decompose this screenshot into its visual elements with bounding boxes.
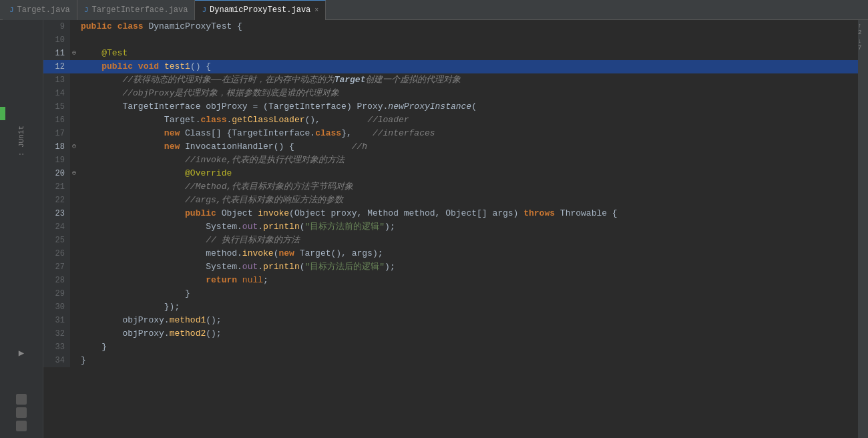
- line-num: 18: [43, 140, 70, 154]
- code-line-26: 26 method.invoke(new Target(), args);: [43, 247, 868, 260]
- code-line-30: 30 });: [43, 300, 868, 314]
- progress-indicator: [0, 107, 5, 120]
- bottom-icons: [16, 394, 27, 431]
- line-num: 32: [43, 327, 70, 341]
- line-num: 27: [43, 260, 70, 274]
- code-line-34: 34 }: [43, 354, 868, 367]
- line-content: System.out.println("目标方法后的逻辑");: [78, 260, 868, 274]
- nav-up[interactable]: ↑ 2: [858, 23, 868, 36]
- code-line-18: 18 ⊖ new InvocationHandler() { //h: [43, 140, 868, 154]
- code-line-22: 22 //args,代表目标对象的响应方法的参数: [43, 194, 868, 207]
- code-line-16: 16 Target.class.getClassLoader(), //load…: [43, 114, 868, 127]
- line-content: public void test1() {: [78, 60, 868, 73]
- line-content: @Test: [78, 47, 868, 60]
- line-num: 31: [43, 314, 70, 327]
- code-line-9: 9 public class DynamicProxyTest {: [43, 20, 868, 33]
- line-content: }: [78, 354, 868, 367]
- code-line-13: 13 //获得动态的代理对象——在运行时，在内存中动态的为Target创建一个虚…: [43, 73, 868, 87]
- code-line-25: 25 // 执行目标对象的方法: [43, 234, 868, 247]
- code-line-31: 31 objProxy.method1();: [43, 314, 868, 327]
- line-num: 33: [43, 341, 70, 354]
- fold-indicator[interactable]: ⊖: [70, 47, 78, 60]
- right-nav: ↑ 2 ↓ 7: [858, 20, 868, 438]
- tab-dynamic-proxy-test[interactable]: J DynamicProxyTest.java ×: [195, 0, 326, 20]
- close-icon[interactable]: ×: [314, 7, 318, 14]
- code-line-27: 27 System.out.println("目标方法后的逻辑");: [43, 260, 868, 274]
- tab-icon: J: [202, 6, 206, 14]
- tab-icon: J: [84, 6, 89, 14]
- code-line-23: 23 public Object invoke(Object proxy, Me…: [43, 207, 868, 220]
- line-num: 10: [43, 33, 70, 47]
- line-num: 16: [43, 114, 70, 127]
- tab-label: DynamicProxyTest.java: [210, 5, 310, 15]
- code-line-32: 32 objProxy.method2();: [43, 327, 868, 341]
- tab-icon: J: [9, 6, 14, 14]
- code-line-14: 14 //objProxy是代理对象，根据参数到底是谁的代理对象: [43, 87, 868, 100]
- code-line-20: 20 ⊖ @Override: [43, 167, 868, 180]
- junit-label: : JUnit: [0, 126, 43, 158]
- code-line-10: 10: [43, 33, 868, 47]
- line-content: objProxy.method2();: [78, 327, 868, 341]
- line-content: System.out.println("目标方法前的逻辑");: [78, 220, 868, 234]
- line-content: @Override: [78, 167, 868, 180]
- line-content: TargetInterface objProxy = (TargetInterf…: [78, 100, 868, 114]
- line-num: 19: [43, 154, 70, 167]
- line-content: objProxy.method1();: [78, 314, 868, 327]
- line-num: 17: [43, 127, 70, 140]
- line-num: 34: [43, 354, 70, 367]
- line-num: 14: [43, 87, 70, 100]
- fold-indicator[interactable]: ⊖: [70, 140, 78, 154]
- icon-2[interactable]: [16, 407, 27, 418]
- line-content: //invoke,代表的是执行代理对象的方法: [78, 154, 868, 167]
- code-line-29: 29 }: [43, 287, 868, 300]
- left-sidebar: : JUnit ▶: [0, 20, 43, 438]
- line-num: 30: [43, 300, 70, 314]
- tab-label: Target.java: [17, 5, 70, 15]
- nav-down[interactable]: ↓ 7: [858, 38, 868, 51]
- line-content: //Method,代表目标对象的方法字节码对象: [78, 180, 868, 194]
- line-content: });: [78, 300, 868, 314]
- line-content: new InvocationHandler() { //h: [78, 140, 868, 154]
- fold-indicator[interactable]: ⊖: [70, 167, 78, 180]
- code-line-21: 21 //Method,代表目标对象的方法字节码对象: [43, 180, 868, 194]
- junit-text: : JUnit: [17, 126, 25, 156]
- line-num: 29: [43, 287, 70, 300]
- tab-target[interactable]: J Target.java: [3, 0, 77, 20]
- line-content: new Class[] {TargetInterface.class}, //i…: [78, 127, 868, 140]
- code-line-24: 24 System.out.println("目标方法前的逻辑");: [43, 220, 868, 234]
- line-num: 24: [43, 220, 70, 234]
- code-line-11: 11 ⊖ @Test: [43, 47, 868, 60]
- code-line-15: 15 TargetInterface objProxy = (TargetInt…: [43, 100, 868, 114]
- line-num: 13: [43, 73, 70, 87]
- line-content: public class DynamicProxyTest {: [78, 20, 868, 33]
- tab-target-interface[interactable]: J TargetInterface.java: [77, 0, 196, 20]
- line-num: 11: [43, 47, 70, 60]
- code-line-17: 17 new Class[] {TargetInterface.class}, …: [43, 127, 868, 140]
- code-line-12: 12 public void test1() {: [43, 60, 868, 73]
- line-num: 9: [43, 20, 70, 33]
- collapse-arrow[interactable]: ▶: [19, 347, 24, 359]
- icon-1[interactable]: [16, 394, 27, 405]
- line-content: //objProxy是代理对象，根据参数到底是谁的代理对象: [78, 87, 868, 100]
- tab-bar: J Target.java J TargetInterface.java J D…: [0, 0, 868, 20]
- line-content: //获得动态的代理对象——在运行时，在内存中动态的为Target创建一个虚拟的代…: [78, 73, 868, 87]
- line-num: 28: [43, 274, 70, 287]
- line-num: 20: [43, 167, 70, 180]
- line-content: public Object invoke(Object proxy, Metho…: [78, 207, 868, 220]
- code-line-33: 33 }: [43, 341, 868, 354]
- code-area: 9 public class DynamicProxyTest { 10 11 …: [43, 20, 868, 438]
- code-line-19: 19 //invoke,代表的是执行代理对象的方法: [43, 154, 868, 167]
- line-num: 23: [43, 207, 70, 220]
- line-num: 22: [43, 194, 70, 207]
- line-num: 21: [43, 180, 70, 194]
- line-num: 15: [43, 100, 70, 114]
- icon-3[interactable]: [16, 421, 27, 431]
- line-num: 12: [43, 60, 70, 73]
- line-content: // 执行目标对象的方法: [78, 234, 868, 247]
- tab-label: TargetInterface.java: [91, 5, 188, 15]
- code-line-28: 28 return null;: [43, 274, 868, 287]
- editor-container: : JUnit ▶ 9 public class DynamicProxyTes…: [0, 20, 868, 438]
- line-num: 26: [43, 247, 70, 260]
- line-content: }: [78, 287, 868, 300]
- line-content: Target.class.getClassLoader(), //loader: [78, 114, 868, 127]
